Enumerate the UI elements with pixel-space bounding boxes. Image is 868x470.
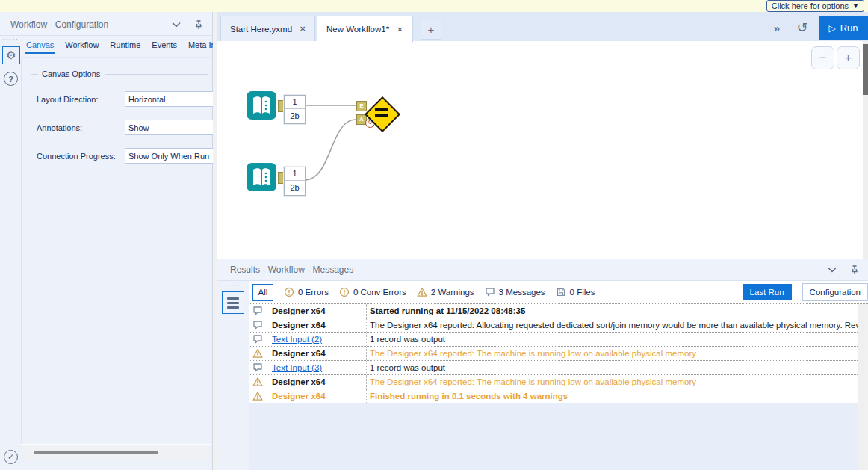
message-row[interactable]: Text Input (3) 1 record was output <box>249 361 858 375</box>
warning-triangle-icon <box>252 377 263 387</box>
message-bubble-icon <box>485 287 495 297</box>
play-icon: ▷ <box>828 23 835 34</box>
text-input-tool-3-icon[interactable] <box>247 163 276 191</box>
canvas-vertical-scrollbar[interactable] <box>863 41 868 259</box>
help-button[interactable]: ? <box>4 72 18 86</box>
tab-start-here[interactable]: Start Here.yxmd ✕ <box>220 16 315 42</box>
rail-drag-dots[interactable]: ····· <box>217 282 249 290</box>
layout-direction-row: Layout Direction: <box>37 91 210 107</box>
list-icon <box>227 297 239 300</box>
results-message-grid: Designer x64 Started running at 11/15/20… <box>249 304 858 470</box>
message-row[interactable]: Designer x64 The Designer x64 reported: … <box>249 318 858 333</box>
toolbar-overflow-button[interactable]: » <box>766 17 787 38</box>
tab-start-here-label: Start Here.yxmd <box>230 25 292 34</box>
close-icon[interactable]: ✕ <box>397 25 403 34</box>
save-file-icon <box>556 287 566 297</box>
alteryx-designer-window: Click here for options ▼ Workflow - Conf… <box>0 0 868 470</box>
last-run-button[interactable]: Last Run <box>743 284 792 300</box>
message-text: 1 record was output <box>367 333 858 346</box>
close-icon[interactable]: ✕ <box>300 25 306 33</box>
filter-files[interactable]: 0 Files <box>556 287 595 297</box>
document-tab-strip: Start Here.yxmd ✕ New Workflow1* ✕ + » ↺… <box>217 12 868 42</box>
config-hscroll-thumb[interactable] <box>34 451 158 454</box>
tab-events[interactable]: Events <box>151 39 178 52</box>
collapse-chevron-icon[interactable] <box>826 264 838 276</box>
message-row[interactable]: Designer x64 Finished running in 0.1 sec… <box>249 389 858 403</box>
equals-icon <box>375 108 388 111</box>
filter-messages[interactable]: 3 Messages <box>485 287 545 297</box>
rail-drag-dots[interactable]: ····· <box>0 36 21 45</box>
caret-down-icon: ▼ <box>852 2 859 10</box>
canvas-vscroll-thumb[interactable] <box>863 44 868 95</box>
zoom-in-button[interactable]: + <box>837 46 860 69</box>
run-history-icon[interactable]: ↺ <box>792 17 813 38</box>
options-button[interactable]: Click here for options ▼ <box>766 0 864 12</box>
message-row[interactable]: Text Input (2) 1 record was output <box>249 333 858 347</box>
equals-icon <box>375 114 388 117</box>
message-bubble-icon <box>252 306 263 316</box>
tab-new-workflow1-label: New Workflow1* <box>326 25 389 34</box>
results-filter-toolbar: All 0 Errors 0 Conv Errors 2 Warnings 3 … <box>249 281 868 304</box>
message-bubble-icon <box>252 362 263 373</box>
results-vertical-scrollbar[interactable] <box>858 304 868 470</box>
notification-bar: Click here for options ▼ <box>0 0 868 13</box>
warning-triangle-icon <box>252 391 263 401</box>
message-tool-name: Designer x64 <box>267 304 367 318</box>
config-panel-title: Workflow - Configuration <box>10 19 108 30</box>
results-panel-title: Results - Workflow - Messages <box>230 265 353 275</box>
message-row[interactable]: Designer x64 The Designer x64 reported: … <box>249 375 858 389</box>
filter-warnings[interactable]: 2 Warnings <box>417 287 474 297</box>
options-button-label: Click here for options <box>772 1 849 10</box>
pin-icon[interactable] <box>849 264 861 276</box>
tab-workflow[interactable]: Workflow <box>64 39 99 52</box>
config-panel-header: Workflow - Configuration <box>0 14 212 36</box>
message-row[interactable]: Designer x64 Started running at 11/15/20… <box>249 304 858 318</box>
config-tab-bar: Canvas Workflow Runtime Events Meta Info <box>21 39 212 58</box>
text-input-tool-2-icon[interactable] <box>247 91 276 120</box>
workflow-configuration-panel: Workflow - Configuration ····· ⚙ ? ✓ Can… <box>0 12 213 470</box>
error-circle-icon <box>284 287 294 297</box>
connection-progress-row: Connection Progress: <box>37 148 210 164</box>
canvas-options-group-title: Canvas Options <box>31 69 208 78</box>
filter-all-button[interactable]: All <box>252 284 273 301</box>
connection-progress-label: Connection Progress: <box>37 152 125 161</box>
tool-link-text-input-2[interactable]: Text Input (2) <box>272 335 322 344</box>
message-tool-name: Designer x64 <box>267 318 367 332</box>
results-body: ····· All 0 Errors 0 Conv Errors <box>217 281 868 470</box>
test-tool-input-anchor-e[interactable]: E <box>356 101 367 111</box>
tab-canvas[interactable]: Canvas <box>25 39 55 54</box>
configuration-button[interactable]: Configuration <box>802 283 868 301</box>
message-row[interactable]: Designer x64 The Designer x64 reported: … <box>249 347 858 361</box>
tab-new-workflow1[interactable]: New Workflow1* ✕ <box>317 16 413 43</box>
apply-check-button[interactable]: ✓ <box>4 450 18 464</box>
filter-conv-errors[interactable]: 0 Conv Errors <box>339 287 406 297</box>
message-text: The Designer x64 reported: The machine i… <box>367 375 858 389</box>
config-horizontal-scrollbar[interactable] <box>21 444 211 461</box>
text-input-tool-3-annotation[interactable]: 1 2b <box>284 167 306 196</box>
configuration-gear-button[interactable]: ⚙ <box>2 46 20 64</box>
new-tab-button[interactable]: + <box>421 19 441 40</box>
messages-view-button[interactable] <box>222 291 244 314</box>
warning-triangle-icon <box>417 287 427 297</box>
layout-direction-label: Layout Direction: <box>37 95 125 104</box>
filter-errors[interactable]: 0 Errors <box>284 287 329 297</box>
message-tool-name: Designer x64 <box>267 375 367 389</box>
results-panel: Results - Workflow - Messages ····· All <box>217 259 868 470</box>
run-button[interactable]: ▷ Run <box>819 16 868 40</box>
warning-triangle-icon <box>252 348 263 359</box>
workflow-canvas[interactable]: 1 2b 1 2b E A ↻ − + <box>217 41 868 259</box>
connection-wires <box>217 41 868 259</box>
zoom-out-button[interactable]: − <box>811 46 834 69</box>
annotations-label: Annotations: <box>37 123 125 132</box>
message-bubble-icon <box>252 320 263 330</box>
text-input-tool-2-annotation[interactable]: 1 2b <box>284 95 306 124</box>
pin-icon[interactable] <box>193 19 205 31</box>
message-tool-name: Designer x64 <box>267 389 367 403</box>
message-text: Finished running in 0.1 seconds with 4 w… <box>367 389 858 403</box>
message-text: 1 record was output <box>367 361 858 374</box>
tool-link-text-input-3[interactable]: Text Input (3) <box>272 363 322 372</box>
message-text: The Designer x64 reported: The machine i… <box>367 347 858 360</box>
collapse-chevron-icon[interactable] <box>170 19 182 31</box>
config-left-rail: ····· ⚙ ? ✓ <box>0 36 21 470</box>
tab-runtime[interactable]: Runtime <box>109 39 141 52</box>
